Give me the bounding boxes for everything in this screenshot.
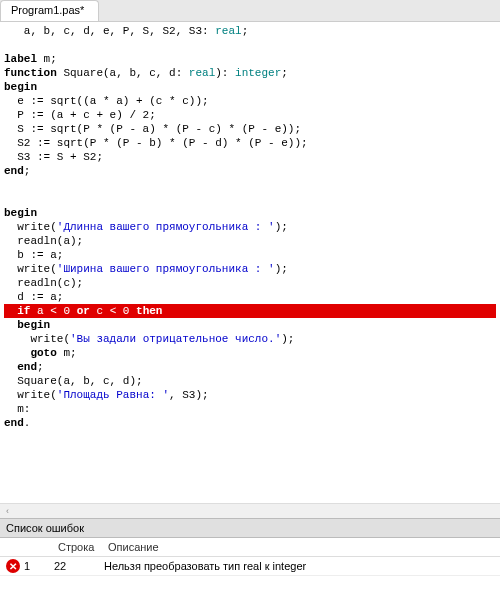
keyword: function xyxy=(4,67,57,79)
code-text: ; xyxy=(281,67,288,79)
code-text: write( xyxy=(4,333,70,345)
type-keyword: real xyxy=(215,25,241,37)
file-tab[interactable]: Program1.pas* xyxy=(0,0,99,21)
code-text: a < 0 xyxy=(30,305,76,317)
keyword: end xyxy=(4,417,24,429)
code-line: P := (a + c + e) / 2; xyxy=(4,109,156,121)
code-line: d := a; xyxy=(4,291,63,303)
string-literal: 'Площадь Равна: ' xyxy=(57,389,169,401)
error-icon: ✕ xyxy=(6,559,20,573)
code-text: write( xyxy=(4,221,57,233)
code-editor[interactable]: a, b, c, d, e, P, S, S2, S3: real; label… xyxy=(0,22,500,503)
tab-bar: Program1.pas* xyxy=(0,0,500,22)
code-line: b := a; xyxy=(4,249,63,261)
error-row[interactable]: ✕ 1 22 Нельзя преобразовать тип real к i… xyxy=(0,557,500,575)
code-text: , S3); xyxy=(169,389,209,401)
error-line-num: 1 xyxy=(24,560,54,572)
keyword: if xyxy=(4,305,30,317)
code-text: m; xyxy=(37,53,57,65)
keyword: end xyxy=(4,361,37,373)
keyword: label xyxy=(4,53,37,65)
keyword: goto xyxy=(30,347,56,359)
error-col-empty xyxy=(22,538,52,556)
keyword: or xyxy=(77,305,90,317)
code-line: m: xyxy=(4,403,30,415)
code-text: ); xyxy=(275,263,288,275)
code-text: ; xyxy=(242,25,249,37)
code-text: ): xyxy=(215,67,235,79)
code-line: Square(a, b, c, d); xyxy=(4,375,143,387)
error-panel-title: Список ошибок xyxy=(0,518,500,538)
code-line: S := sqrt(P * (P - a) * (P - c) * (P - e… xyxy=(4,123,301,135)
string-literal: 'Вы задали отрицательное число.' xyxy=(70,333,281,345)
scroll-left-icon[interactable]: ‹ xyxy=(0,504,15,519)
code-text: . xyxy=(24,417,31,429)
error-col-desc: Описание xyxy=(102,538,500,556)
code-text: write( xyxy=(4,263,57,275)
code-text: ; xyxy=(24,165,31,177)
error-blank-row xyxy=(0,575,500,589)
code-line: readln(a); xyxy=(4,235,83,247)
error-panel: Строка Описание ✕ 1 22 Нельзя преобразов… xyxy=(0,538,500,589)
keyword: begin xyxy=(4,207,37,219)
error-col-line: Строка xyxy=(52,538,102,556)
code-text: Square(a, b, c, d: xyxy=(57,67,189,79)
string-literal: 'Ширина вашего прямоугольника : ' xyxy=(57,263,275,275)
type-keyword: real xyxy=(189,67,215,79)
keyword: end xyxy=(4,165,24,177)
code-text: ); xyxy=(275,221,288,233)
type-keyword: integer xyxy=(235,67,281,79)
keyword: begin xyxy=(4,319,50,331)
horizontal-scrollbar[interactable]: ‹ xyxy=(0,503,500,518)
code-text: m; xyxy=(57,347,77,359)
code-text: c < 0 xyxy=(90,305,136,317)
error-highlight-line: if a < 0 or c < 0 then xyxy=(4,304,496,318)
code-text: write( xyxy=(4,389,57,401)
error-columns-header: Строка Описание xyxy=(0,538,500,557)
keyword: begin xyxy=(4,81,37,93)
error-description: Нельзя преобразовать тип real к integer xyxy=(104,560,494,572)
code-line: readln(c); xyxy=(4,277,83,289)
keyword: then xyxy=(136,305,162,317)
error-col-num: 22 xyxy=(54,560,104,572)
code-text: ; xyxy=(37,361,44,373)
code-text: ); xyxy=(281,333,294,345)
code-line: e := sqrt((a * a) + (c * c)); xyxy=(4,95,209,107)
code-line: a, b, c, d, e, P, S, S2, S3: xyxy=(4,25,215,37)
code-text xyxy=(4,347,30,359)
code-line: S2 := sqrt(P * (P - b) * (P - d) * (P - … xyxy=(4,137,308,149)
code-line: S3 := S + S2; xyxy=(4,151,103,163)
string-literal: 'Длинна вашего прямоугольника : ' xyxy=(57,221,275,233)
